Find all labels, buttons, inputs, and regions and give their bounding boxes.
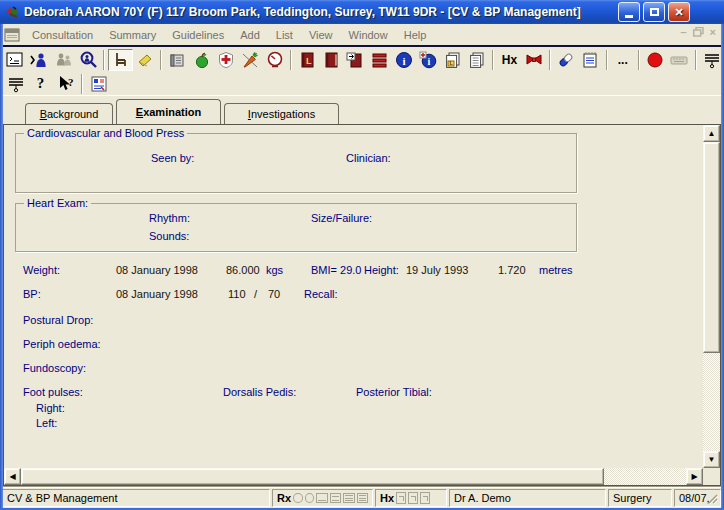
scroll-right-icon[interactable]: ▶ [686, 468, 703, 485]
scroll-left-icon[interactable]: ◀ [4, 468, 21, 485]
vertical-scrollbar-thumb[interactable] [703, 142, 720, 353]
history-hx-icon[interactable]: Hx [497, 49, 521, 71]
bp-systolic: 110 [228, 288, 246, 300]
status-prescription-panel: Rx [272, 489, 373, 507]
application-window: Deborah AARON 70Y (F) 117 Broom Park, Te… [0, 0, 724, 510]
record-icon[interactable] [643, 49, 667, 71]
height-unit: metres [539, 264, 573, 276]
notepad-icon[interactable] [578, 49, 602, 71]
mdi-close-icon[interactable]: × [710, 26, 716, 38]
maximize-button[interactable] [643, 2, 665, 22]
hx-page-icon [396, 492, 406, 504]
svg-text:i: i [428, 56, 431, 67]
info-icon[interactable]: i [392, 49, 416, 71]
run-template-icon[interactable] [3, 49, 27, 71]
book-exit-icon[interactable] [343, 49, 367, 71]
pages-l-icon[interactable]: L [441, 49, 465, 71]
bp-slash: / [254, 288, 257, 300]
toolbar-separator [606, 50, 608, 70]
chair-icon[interactable] [108, 49, 132, 71]
rx-circle-icon [305, 493, 315, 503]
vertical-scrollbar[interactable]: ▲ ▼ [703, 125, 720, 468]
height-value: 1.720 [498, 264, 526, 276]
toolbar-separator [290, 50, 292, 70]
ellipsis-icon[interactable]: ... [611, 49, 635, 71]
rx-doc-icon [316, 493, 327, 503]
tab-investigations[interactable]: Investigations [224, 103, 339, 124]
minimize-button[interactable] [618, 2, 640, 22]
heart-exam-section: Heart Exam: [15, 203, 577, 252]
fundoscopy-label: Fundoscopy: [23, 362, 86, 374]
mdi-system-icon[interactable] [4, 28, 20, 42]
help-icon[interactable]: ? [28, 73, 53, 95]
foot-pulses-label: Foot pulses: [23, 386, 83, 398]
menu-item-consultation[interactable]: Consultation [24, 27, 101, 43]
hx-page-icon [408, 492, 418, 504]
menu-item-help[interactable]: Help [396, 27, 435, 43]
pen-icon[interactable] [554, 49, 578, 71]
scroll-up-icon[interactable]: ▲ [703, 125, 720, 142]
apple-icon[interactable] [189, 49, 213, 71]
toolbar-separator [160, 50, 162, 70]
tab-examination[interactable]: Examination [116, 99, 221, 124]
recall-label: Recall: [304, 288, 338, 300]
bp-label: BP: [23, 288, 41, 300]
toolbar-separator [103, 50, 105, 70]
filter-icon[interactable] [3, 73, 28, 95]
status-bar: CV & BP Management Rx Hx Dr A. Demo Surg… [0, 488, 724, 508]
next-patient-icon[interactable] [27, 49, 51, 71]
posterior-tibial-label: Posterior Tibial: [356, 386, 432, 398]
rhythm-label: Rhythm: [149, 212, 190, 224]
add-info-icon[interactable]: i [416, 49, 440, 71]
pages-grid-icon[interactable] [465, 49, 489, 71]
scroll-down-icon[interactable]: ▼ [703, 451, 720, 468]
mdi-minimize-icon[interactable]: – [680, 26, 686, 38]
hx-page-icon [420, 492, 430, 504]
status-doctor: Dr A. Demo [449, 489, 606, 507]
journal-icon[interactable] [165, 49, 189, 71]
menu-item-view[interactable]: View [301, 27, 341, 43]
rx-doc-icon [357, 493, 368, 503]
height-date: 19 July 1993 [406, 264, 468, 276]
tab-bar: Background Examination Investigations [3, 99, 703, 124]
toolbar-separator [695, 50, 697, 70]
sounds-label: Sounds: [149, 230, 189, 242]
horizontal-scrollbar-thumb[interactable] [21, 468, 604, 485]
clinician-label: Clinician: [346, 152, 391, 164]
resize-grip[interactable] [706, 492, 718, 504]
find-patient-icon[interactable] [76, 49, 100, 71]
cardio-section: Cardiovascular and Blood Press [15, 133, 577, 193]
first-aid-icon[interactable] [214, 49, 238, 71]
hx-icon: Hx [380, 492, 394, 504]
tab-background[interactable]: Background [25, 103, 113, 124]
bow-icon[interactable] [522, 49, 546, 71]
red-list-icon[interactable] [368, 49, 392, 71]
mdi-restore-icon[interactable] [693, 27, 704, 37]
svg-text:i: i [403, 54, 406, 66]
carrot-icon[interactable] [238, 49, 262, 71]
rx-icon: Rx [277, 492, 291, 504]
eraser-icon[interactable] [133, 49, 157, 71]
menu-item-window[interactable]: Window [341, 27, 396, 43]
red-book-l-icon[interactable]: L [295, 49, 319, 71]
bp-diastolic: 70 [268, 288, 280, 300]
keyboard-icon[interactable] [667, 49, 691, 71]
close-button[interactable]: ✕ [668, 2, 690, 22]
toolbar-separator [549, 50, 551, 70]
menu-item-summary[interactable]: Summary [101, 27, 164, 43]
status-date: 08/07, [674, 489, 721, 507]
red-book-icon[interactable] [319, 49, 343, 71]
window-title: Deborah AARON 70Y (F) 117 Broom Park, Te… [24, 5, 581, 19]
menu-item-guidelines[interactable]: Guidelines [164, 27, 232, 43]
rx-circle-icon [293, 493, 303, 503]
rx-doc-icon [343, 493, 354, 503]
family-icon[interactable] [52, 49, 76, 71]
horizontal-scrollbar[interactable]: ◀ ▶ [4, 468, 703, 485]
menu-item-list[interactable]: List [268, 27, 301, 43]
weight-date: 08 January 1998 [116, 264, 198, 276]
foot-pulses-left-label: Left: [36, 417, 57, 429]
menu-item-add[interactable]: Add [232, 27, 268, 43]
form-template-icon[interactable] [86, 73, 111, 95]
gauge-icon[interactable] [262, 49, 286, 71]
context-help-icon[interactable]: ? [53, 73, 78, 95]
